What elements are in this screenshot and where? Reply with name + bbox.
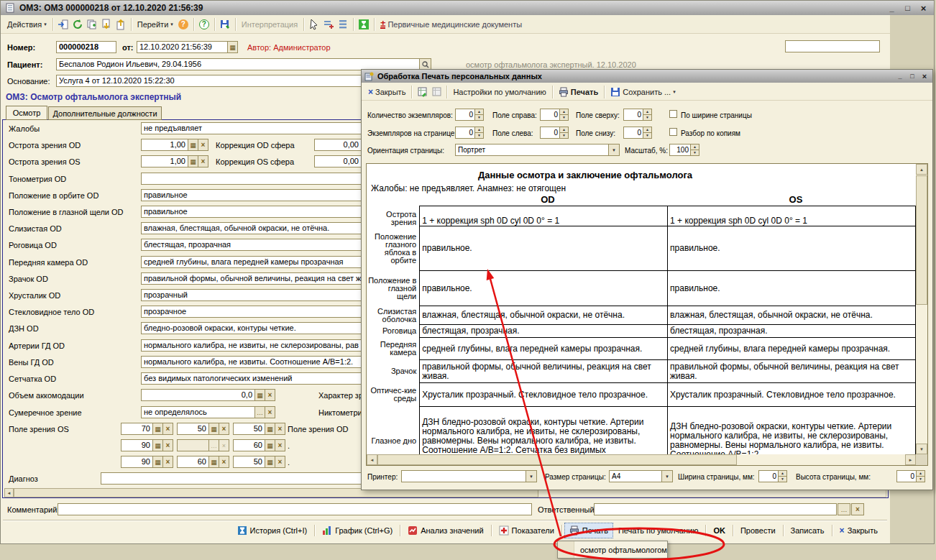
spin-down-icon[interactable]: ▼ xyxy=(474,132,484,139)
spin-down-icon[interactable]: ▼ xyxy=(778,476,787,482)
comment-field[interactable] xyxy=(58,503,532,515)
spin-down-icon[interactable]: ▼ xyxy=(559,132,569,139)
clear-icon[interactable]: × xyxy=(219,423,229,435)
import-icon[interactable] xyxy=(99,17,114,32)
clear-icon[interactable]: × xyxy=(162,456,173,468)
spin-down-icon[interactable]: ▼ xyxy=(474,114,484,121)
calculator-icon[interactable]: ▦ xyxy=(265,423,275,435)
printer-select[interactable]: ▼ xyxy=(401,470,537,482)
hscroll-thumb[interactable] xyxy=(377,454,737,465)
collate-checkbox[interactable] xyxy=(669,128,677,136)
calculator-icon[interactable]: ▦ xyxy=(152,456,163,468)
reread-icon[interactable] xyxy=(56,17,70,32)
date-field[interactable]: 12.10.2020 21:56:39 xyxy=(137,41,228,53)
scroll-left-icon[interactable]: ◄ xyxy=(4,488,14,497)
spin-value[interactable]: 0 xyxy=(758,470,779,482)
menu-item-osmotr-oftalmologom[interactable]: осмотр офтальмологом xyxy=(574,546,667,554)
scroll-left-icon[interactable]: ◄ xyxy=(367,454,377,465)
select-type-icon[interactable] xyxy=(307,17,321,32)
add-line-icon[interactable] xyxy=(321,17,336,32)
spin-value[interactable]: 0 xyxy=(455,109,475,121)
export-table-gray-icon[interactable] xyxy=(429,85,444,99)
combo-down-icon[interactable]: ▼ xyxy=(608,144,620,156)
close-icon[interactable]: × xyxy=(919,72,930,81)
clear-icon[interactable]: × xyxy=(275,456,285,468)
maximize-icon[interactable]: □ xyxy=(907,72,917,81)
orientation-select[interactable]: Портрет▼ xyxy=(455,144,620,156)
actions-button[interactable]: Действия▾ xyxy=(4,19,50,30)
dialog-print-button[interactable]: Печать xyxy=(556,86,601,98)
numeric-field[interactable]: 70 xyxy=(121,423,153,435)
print-preview[interactable]: Данные осмотра и заключение офтальмолога… xyxy=(367,164,916,454)
history-button[interactable]: История (Ctrl+I) xyxy=(232,523,313,538)
clear-icon[interactable]: × xyxy=(162,439,173,451)
spin-value[interactable]: 100 xyxy=(669,144,691,156)
twilight-vision-field[interactable]: не определялось xyxy=(141,406,255,418)
preview-vscrollbar[interactable]: ▲ ▼ xyxy=(916,164,927,454)
tab-additional-positions[interactable]: Дополнительные должности xyxy=(48,106,162,120)
clear-icon[interactable]: × xyxy=(162,423,173,435)
clear-icon[interactable]: × xyxy=(198,155,208,167)
clear-icon[interactable]: × xyxy=(198,139,208,151)
select-dots-icon[interactable]: … xyxy=(838,503,850,515)
value-analysis-button[interactable]: Анализ значений xyxy=(403,523,488,538)
numeric-field[interactable]: 60 xyxy=(177,456,209,468)
calculator-icon[interactable]: ▦ xyxy=(265,439,275,451)
calculator-icon[interactable]: ▦ xyxy=(188,155,198,167)
export-table-icon[interactable] xyxy=(415,85,429,99)
acuity-od-field[interactable]: 1,00 xyxy=(141,139,188,151)
select-dots-icon[interactable]: … xyxy=(254,406,265,418)
acuity-os-field[interactable]: 1,00 xyxy=(141,155,188,167)
help-contents-icon[interactable]: ? xyxy=(197,17,211,32)
spin-down-icon[interactable]: ▼ xyxy=(559,114,569,121)
minimize-icon[interactable]: _ xyxy=(886,3,898,14)
numeric-field[interactable]: 50 xyxy=(177,423,209,435)
spin-value[interactable]: 0 xyxy=(623,127,643,139)
indicators-button[interactable]: Показатели xyxy=(494,523,559,538)
print-default-button[interactable]: Печать по умолчанию xyxy=(613,523,704,538)
combo-down-icon[interactable]: ▼ xyxy=(526,470,537,482)
calendar-icon[interactable]: ▦ xyxy=(227,41,238,53)
spin-value[interactable]: 0 xyxy=(455,127,475,139)
close-button[interactable]: ×Закрыть xyxy=(835,523,883,538)
clear-icon[interactable]: × xyxy=(219,456,229,468)
spin-value[interactable]: 0 xyxy=(623,109,643,121)
refresh-icon[interactable] xyxy=(70,17,85,32)
calculator-icon[interactable]: ▦ xyxy=(265,456,275,468)
spin-value[interactable]: 0 xyxy=(896,470,917,482)
goto-button[interactable]: Перейти▾ xyxy=(134,19,176,30)
scroll-down-icon[interactable]: ▼ xyxy=(916,444,927,454)
chart-button[interactable]: График (Ctrl+G) xyxy=(317,523,398,538)
correction-od-field[interactable]: 0,00 xyxy=(314,139,362,151)
accommodation-field[interactable]: 0,0 xyxy=(141,389,255,401)
clear-icon[interactable]: × xyxy=(275,423,285,435)
numeric-field[interactable]: 50 xyxy=(233,456,265,468)
help-icon[interactable]: ? xyxy=(176,17,191,32)
spin-down-icon[interactable]: ▼ xyxy=(916,476,925,482)
primary-docs-button[interactable]: ±Первичные медицинские документы xyxy=(377,18,525,30)
calculator-icon[interactable]: ▦ xyxy=(152,439,163,451)
numeric-field[interactable]: 90 xyxy=(121,456,153,468)
history-green-icon[interactable] xyxy=(357,17,371,32)
preview-hscrollbar[interactable]: ◄ ► xyxy=(367,454,916,465)
minimize-icon[interactable]: _ xyxy=(895,72,905,81)
numeric-field[interactable]: 50 xyxy=(233,423,265,435)
list-view-icon[interactable] xyxy=(336,17,350,32)
close-icon[interactable]: × xyxy=(917,3,930,14)
numeric-field[interactable]: 60 xyxy=(233,439,265,451)
fit-width-checkbox[interactable] xyxy=(669,110,677,118)
export-icon[interactable] xyxy=(114,17,128,32)
calculator-icon[interactable]: ▦ xyxy=(208,423,219,435)
tab-osmotr[interactable]: Осмотр xyxy=(6,106,47,120)
spin-value[interactable]: 0 xyxy=(540,109,560,121)
print-button[interactable]: Печать xyxy=(564,523,613,538)
spin-down-icon[interactable]: ▼ xyxy=(643,132,652,139)
numeric-field[interactable]: 90 xyxy=(121,439,153,451)
extra-field[interactable] xyxy=(785,40,880,52)
spin-value[interactable]: 0 xyxy=(540,127,560,139)
save-settings-icon[interactable] xyxy=(218,17,232,32)
post-button[interactable]: Провести xyxy=(735,523,781,538)
spin-down-icon[interactable]: ▼ xyxy=(690,150,699,156)
calculator-icon[interactable]: ▦ xyxy=(254,389,265,401)
calculator-icon[interactable]: ▦ xyxy=(208,456,219,468)
